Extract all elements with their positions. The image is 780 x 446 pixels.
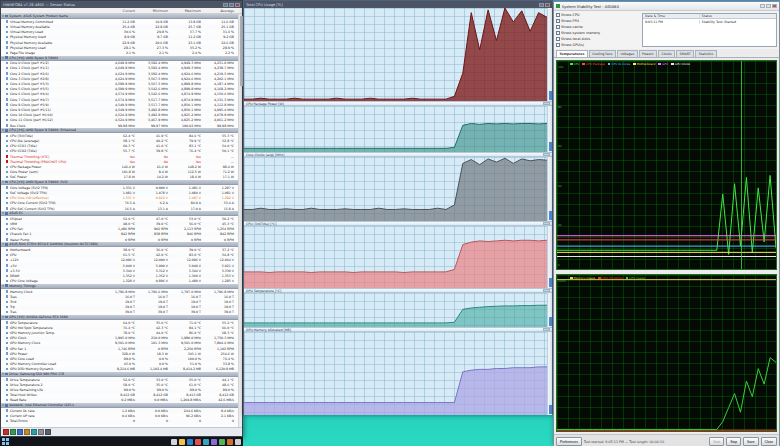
checkbox-icon[interactable] [556, 13, 560, 17]
sensor-row[interactable]: Thermal Throttling (HTC)YesNoYes— [1, 154, 242, 159]
sensor-row[interactable]: Total Errors0000 [1, 419, 242, 424]
sensor-row[interactable]: Drive Temperature52.0 °C33.0 °C55.0 °C44… [1, 377, 242, 382]
sensor-row[interactable]: Current DL rate1.2 KB/s0.0 KB/s244.6 KB/… [1, 408, 242, 413]
taskbar-steam-icon[interactable] [203, 439, 209, 445]
sensor-row[interactable]: Chassis Fan 1842 RPM838 RPM846 RPM842 RP… [1, 232, 242, 237]
sensor-row[interactable]: CPU Package Power142.4 W21.6 W148.2 W98.… [1, 164, 242, 169]
sensor-row[interactable]: Memory Clock1,796.8 MHz1,796.6 MHz1,797.… [1, 289, 242, 294]
stress-option-stress-fpu[interactable]: Stress FPU [556, 19, 640, 24]
minimize-button[interactable] [223, 3, 228, 7]
stress-option-stress-cache[interactable]: Stress cache [556, 25, 640, 30]
sensor-row[interactable]: CPU Fan1,486 RPM902 RPM2,113 RPM1,254 RP… [1, 227, 242, 232]
aida-titlebar[interactable]: System Stability Test - AIDA64 [554, 2, 779, 11]
column-maximum[interactable]: Maximum [171, 9, 204, 13]
sensor-row[interactable]: GPU Fan 11,746 RPM0 RPM2,250 RPM1,102 RP… [1, 346, 242, 351]
graph-scrollbar[interactable] [547, 332, 552, 415]
scrollbar-thumb[interactable] [549, 211, 553, 220]
sensor-row[interactable]: Core Power (sum)101.8 W8.4 W112.5 W71.2 … [1, 170, 242, 175]
sensor-row[interactable]: Physical Memory Available22.9 GB20.6 GB2… [1, 40, 242, 45]
maximize-button[interactable] [229, 3, 234, 7]
graph-panel-close-icon[interactable] [543, 289, 550, 292]
save-button[interactable]: Save [743, 437, 759, 446]
graph-icon[interactable] [10, 429, 16, 435]
sensor-row[interactable]: CPU SoC Current (SVI2 TFN)16.5 A13.1 A17… [1, 206, 242, 211]
sensor-scrollbar[interactable] [238, 14, 242, 427]
sensor-row[interactable]: CPU CCD2 (Tdie)55.7 °C39.8 °C76.4 °C50.1… [1, 149, 242, 154]
settings-icon[interactable] [38, 429, 44, 435]
tab-clocks[interactable]: Clocks [658, 50, 675, 57]
sensor-row[interactable]: Trcd19.0 T19.0 T19.0 T19.0 T [1, 299, 242, 304]
taskbar-chrome-icon[interactable] [195, 439, 201, 445]
sensor-row[interactable]: Core 6 Clock (perf #4/4)4,574.9 MHz3,542… [1, 92, 242, 97]
stress-option-stress-local-disks[interactable]: Stress local disks [556, 37, 640, 42]
graph-panel-close-icon[interactable] [543, 153, 550, 156]
close-button[interactable] [235, 3, 240, 7]
graph-scrollbar[interactable] [547, 106, 552, 152]
sensor-row[interactable]: Current UP rate0.4 KB/s0.0 KB/s96.2 KB/s… [1, 413, 242, 418]
sensor-row[interactable]: GPU Memory Controller Load45.0 %0.0 %51.… [1, 362, 242, 367]
minimize-button[interactable] [539, 3, 544, 7]
sensor-row[interactable]: GPU Power328.4 W18.3 W345.1 W254.6 W [1, 351, 242, 356]
sensor-row[interactable]: Core 4 Clock (perf #3/3)4,599.9 MHz3,567… [1, 81, 242, 86]
taskbar-search-icon[interactable] [171, 439, 177, 445]
scrollbar-thumb[interactable] [549, 91, 553, 100]
taskbar-discord-icon[interactable] [211, 439, 217, 445]
sensor-row[interactable]: Core 7 Clock (perf #4/7)4,574.9 MHz3,517… [1, 97, 242, 102]
sensor-row[interactable]: CPU CCD1 (Tdie)60.3 °C41.0 °C83.1 °C54.0… [1, 144, 242, 149]
sensor-row[interactable]: +12V12.096 V12.000 V12.096 V12.064 V [1, 258, 242, 263]
column-average[interactable]: Average [204, 9, 237, 13]
sensor-row[interactable]: Core 0 Clock (perf #1/2)4,649.9 MHz3,592… [1, 61, 242, 66]
graphs-titlebar[interactable]: Total CPU Usage [%] [244, 1, 552, 8]
taskbar-notepad-icon[interactable] [235, 439, 241, 445]
sensor-row[interactable]: Core 1 Clock (perf #1/1)4,649.9 MHz3,592… [1, 66, 242, 71]
tab-powers[interactable]: Powers [639, 50, 657, 57]
sensor-row[interactable]: Thermal Throttling (PROCHOT CPU)YesNoYes… [1, 159, 242, 164]
sensor-row[interactable]: GPU Temperature64.0 °C35.0 °C71.0 °C55.2… [1, 320, 242, 325]
sensor-row[interactable]: GPU Clock1,905.0 MHz210.0 MHz1,980.0 MHz… [1, 336, 242, 341]
sensor-row[interactable]: Core 10 Clock (perf #6/10)4,524.9 MHz3,4… [1, 113, 242, 118]
clock-icon[interactable] [17, 429, 23, 435]
sensor-row[interactable]: Core 5 Clock (perf #3/5)4,599.9 MHz3,542… [1, 87, 242, 92]
stress-option-stress-cpu[interactable]: Stress CPU [556, 13, 640, 18]
sensor-row[interactable]: CPU Die (average)58.1 °C40.2 °C79.9 °C52… [1, 139, 242, 144]
start-button[interactable] [2, 438, 9, 445]
sensor-row[interactable]: Core 2 Clock (perf #2/6)4,624.9 MHz3,592… [1, 71, 242, 76]
sensor-row[interactable]: SoC Voltage (SVI2 TFN)1.081 V1.078 V1.08… [1, 190, 242, 195]
graph-panel-close-icon[interactable] [543, 222, 550, 225]
minimize-button[interactable] [760, 4, 765, 8]
close-button[interactable] [545, 3, 550, 7]
scrollbar-thumb[interactable] [549, 278, 553, 287]
maximize-button[interactable] [766, 4, 771, 8]
sensor-row[interactable]: Drive Temperature 258.0 °C35.0 °C61.0 °C… [1, 382, 242, 387]
stop-button[interactable]: Stop [726, 437, 741, 446]
sensor-row[interactable]: CPU Core Current (SVI2 TFN)76.5 A6.2 A84… [1, 201, 242, 206]
scrollbar-thumb[interactable] [549, 317, 553, 326]
sensor-row[interactable]: +5V5.040 V5.000 V5.040 V5.021 V [1, 263, 242, 268]
sensor-row[interactable]: CPU61.5 °C42.0 °C83.0 °C54.8 °C [1, 253, 242, 258]
sensor-row[interactable]: DRAM1.352 V1.352 V1.360 V1.353 V [1, 273, 242, 278]
tab-temperatures[interactable]: Temperatures [556, 50, 588, 57]
column-minimum[interactable]: Minimum [138, 9, 171, 13]
report-icon[interactable] [31, 429, 37, 435]
hwinfo-titlebar[interactable]: HWiNFO64 v7.26-4800 — Sensor Status [1, 1, 242, 8]
sensor-row[interactable]: Chipset52.0 °C47.0 °C53.0 °C50.2 °C [1, 216, 242, 221]
graph-scrollbar[interactable] [547, 157, 552, 221]
tab-cooling-fans[interactable]: Cooling Fans [589, 50, 616, 57]
sensor-row[interactable]: Core Voltage (SVI2 TFN)1.331 V0.900 V1.4… [1, 185, 242, 190]
scrollbar-thumb[interactable] [549, 405, 553, 414]
sensor-row[interactable]: Core 8 Clock (perf #5/9)4,549.9 MHz3,517… [1, 102, 242, 107]
tab-statistics[interactable]: Statistics [695, 50, 717, 57]
sensor-row[interactable]: Tcas16.0 T16.0 T16.0 T16.0 T [1, 294, 242, 299]
taskbar-explorer-icon[interactable] [179, 439, 185, 445]
checkbox-icon[interactable] [556, 37, 560, 41]
sensor-row[interactable]: GPU Hot Spot Temperature76.4 °C42.3 °C84… [1, 325, 242, 330]
start-button[interactable]: Start [709, 437, 724, 446]
close-button[interactable]: Close [761, 437, 777, 446]
graph-panel-close-icon[interactable] [543, 102, 550, 105]
sensor-row[interactable]: Motherboard38.0 °C36.0 °C39.0 °C37.2 °C [1, 247, 242, 252]
sensor-row[interactable]: CPU Core Voltage1.328 V0.896 V1.480 V1.2… [1, 279, 242, 284]
graph-scrollbar[interactable] [547, 226, 552, 288]
sensor-row[interactable]: VRM48.0 °C39.0 °C56.0 °C45.3 °C [1, 222, 242, 227]
taskbar-edge-icon[interactable] [187, 439, 193, 445]
sensor-row[interactable]: Virtual Memory Load30.6 %29.8 %37.7 %31.… [1, 30, 242, 35]
